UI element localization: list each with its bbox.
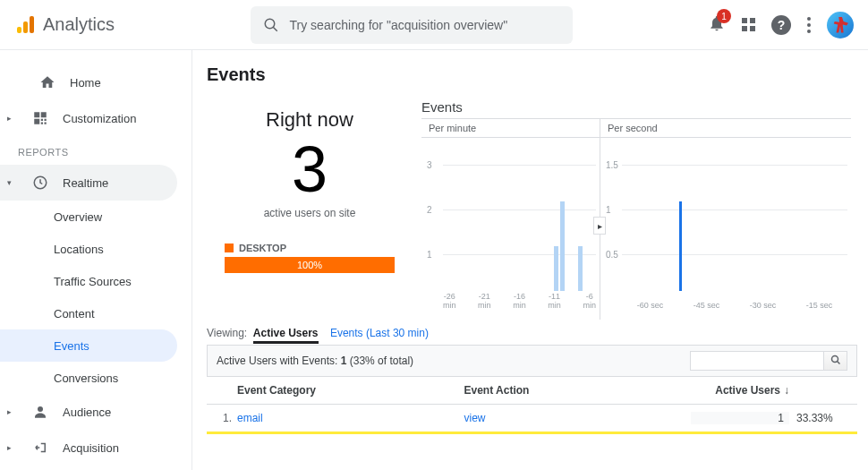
info-pct: (33% of total) (346, 355, 413, 367)
avatar[interactable] (827, 12, 854, 38)
subnav-conversions[interactable]: Conversions (54, 362, 191, 394)
section-label-reports: REPORTS (0, 136, 191, 165)
search-placeholder: Try searching for "acquisition overview" (290, 18, 508, 32)
main-content: Events Right now 3 active users on site … (192, 50, 868, 470)
per-minute-chart: Per minute 3 2 1 -26min-21min-16min-11mi… (421, 118, 600, 320)
app-title: Analytics (43, 14, 115, 35)
events-charts-panel: Events Per minute 3 2 1 -26min-21min- (421, 99, 857, 320)
sidebar-item-customization[interactable]: Customization (0, 100, 191, 136)
device-legend: DESKTOP (207, 243, 413, 253)
expand-chart-button[interactable]: ▸ (593, 217, 606, 235)
svg-rect-0 (17, 27, 21, 33)
row-index: 1. (212, 412, 237, 424)
tab-active-users[interactable]: Active Users (253, 327, 319, 344)
subnav-overview[interactable]: Overview (54, 201, 191, 233)
table-row: 1. email view 1 33.33% (207, 405, 857, 434)
subnav-traffic[interactable]: Traffic Sources (54, 265, 191, 297)
person-icon (32, 404, 48, 420)
svg-point-17 (831, 355, 838, 362)
search-icon (263, 17, 279, 33)
col-event-action[interactable]: Event Action (464, 384, 692, 397)
analytics-logo-icon (14, 14, 36, 36)
subnav-events[interactable]: Events (0, 329, 177, 362)
svg-line-18 (837, 361, 839, 363)
customization-icon (32, 110, 48, 126)
sidebar-item-realtime[interactable]: Realtime (0, 165, 177, 201)
svg-rect-11 (45, 123, 47, 124)
info-prefix: Active Users with Events: (217, 355, 341, 367)
active-user-count: 3 (207, 137, 413, 201)
svg-rect-2 (30, 16, 34, 33)
nav-label: Acquisition (63, 441, 119, 455)
nav-label: Home (70, 76, 101, 90)
search-icon (830, 355, 841, 365)
cell-active-users: 1 (691, 412, 789, 424)
chart-header: Per minute (421, 118, 600, 138)
logo-wrap[interactable]: Analytics (14, 14, 115, 36)
sort-desc-icon: ↓ (784, 384, 789, 397)
filter-search-button[interactable] (824, 351, 847, 371)
page-title: Events (207, 64, 857, 85)
viewing-tabs: Viewing: Active Users Events (Last 30 mi… (207, 327, 857, 339)
device-bar: 100% (225, 257, 395, 273)
col-active-users[interactable]: Active Users↓ (691, 384, 789, 397)
sidebar: Home Customization REPORTS Realtime Over… (0, 50, 192, 470)
help-icon[interactable]: ? (771, 15, 791, 35)
nav-label: Customization (63, 112, 136, 125)
subnav-content[interactable]: Content (54, 297, 191, 329)
sidebar-item-audience[interactable]: Audience (0, 394, 191, 430)
sidebar-item-home[interactable]: Home (0, 64, 191, 100)
svg-rect-10 (41, 123, 43, 124)
legend-swatch (225, 244, 234, 252)
cell-event-action[interactable]: view (464, 412, 692, 424)
chart-header: Per second (600, 118, 851, 138)
nav-label: Realtime (63, 176, 108, 190)
filter-input[interactable] (690, 351, 824, 371)
app-header: Analytics Try searching for "acquisition… (0, 0, 868, 50)
search-input[interactable]: Try searching for "acquisition overview" (251, 6, 573, 44)
nav-label: Audience (63, 406, 111, 419)
clock-icon (32, 175, 48, 191)
svg-rect-5 (34, 112, 39, 117)
acquisition-icon (32, 440, 48, 456)
home-icon (39, 74, 55, 90)
more-icon[interactable] (807, 17, 811, 33)
notifications-button[interactable]: 1 (708, 14, 726, 35)
svg-rect-9 (45, 119, 47, 121)
events-panel-title: Events (421, 99, 857, 115)
x-axis-labels: -26min-21min-16min-11min-6min (443, 293, 596, 311)
sidebar-item-acquisition[interactable]: Acquisition (0, 430, 191, 466)
right-now-title: Right now (207, 108, 413, 132)
x-axis-labels: -60 sec-45 sec-30 sec-15 sec (622, 302, 847, 311)
svg-rect-6 (41, 112, 47, 117)
sidebar-item-behavior[interactable]: Behavior (0, 466, 191, 470)
tab-events-last30[interactable]: Events (Last 30 min) (330, 327, 429, 339)
svg-line-4 (273, 27, 277, 31)
svg-point-3 (265, 19, 275, 29)
subnav-locations[interactable]: Locations (54, 233, 191, 265)
svg-rect-8 (41, 119, 43, 121)
per-second-chart: Per second 1.5 1 0.5 -60 sec-45 sec-30 s… (600, 118, 851, 320)
apps-icon[interactable] (742, 18, 755, 31)
notif-badge: 1 (717, 9, 731, 23)
right-now-panel: Right now 3 active users on site DESKTOP… (207, 99, 413, 320)
info-bar: Active Users with Events: 1 (33% of tota… (207, 345, 857, 377)
viewing-label: Viewing: (207, 327, 247, 339)
device-label: DESKTOP (239, 243, 286, 253)
avatar-image (832, 17, 848, 33)
cell-percent: 33.33% (789, 412, 852, 424)
table-header: Event Category Event Action Active Users… (207, 377, 857, 405)
active-users-label: active users on site (207, 207, 413, 219)
col-event-category[interactable]: Event Category (237, 384, 464, 397)
svg-point-13 (38, 406, 43, 412)
svg-rect-7 (34, 119, 39, 124)
cell-event-category[interactable]: email (237, 412, 464, 424)
svg-rect-1 (23, 21, 28, 33)
